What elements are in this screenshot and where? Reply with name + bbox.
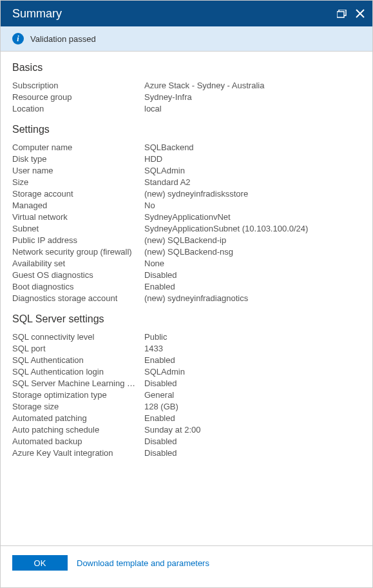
row-diagstorage: Diagnostics storage account(new) sydneyi…: [12, 293, 361, 304]
value: Disabled: [144, 436, 361, 447]
value: Sunday at 2:00: [144, 424, 361, 436]
value: SQLAdmin: [144, 165, 361, 177]
restore-icon[interactable]: [337, 10, 347, 18]
value: Disabled: [144, 378, 361, 389]
blade-title: Summary: [12, 7, 62, 21]
footer: OK Download template and parameters: [1, 545, 372, 587]
label: Size: [12, 177, 144, 188]
value: Azure Stack - Sydney - Australia: [144, 80, 361, 92]
row-sql-patchsched: Auto patching scheduleSunday at 2:00: [12, 424, 361, 436]
label: Virtual network: [12, 211, 144, 223]
value: SQLAdmin: [144, 366, 361, 378]
row-subscription: SubscriptionAzure Stack - Sydney - Austr…: [12, 80, 361, 92]
row-vnet: Virtual networkSydneyApplicationvNet: [12, 211, 361, 223]
value: local: [144, 103, 361, 115]
label: Storage account: [12, 188, 144, 200]
value: Enabled: [144, 281, 361, 293]
label: Storage size: [12, 401, 144, 413]
value: 1433: [144, 343, 361, 355]
close-icon[interactable]: [356, 9, 365, 18]
section-title-sql: SQL Server settings: [12, 313, 361, 325]
label: Resource group: [12, 92, 144, 103]
row-sql-auth: SQL AuthenticationEnabled: [12, 355, 361, 366]
label: Disk type: [12, 153, 144, 165]
row-user-name: User nameSQLAdmin: [12, 165, 361, 177]
value: (new) sydneyinfradiagnotics: [144, 293, 361, 304]
value: (new) SQLBackend-ip: [144, 235, 361, 246]
label: SQL Authentication login: [12, 366, 144, 378]
row-guestdiag: Guest OS diagnosticsDisabled: [12, 270, 361, 281]
row-resource-group: Resource groupSydney-Infra: [12, 92, 361, 103]
validation-banner: i Validation passed: [1, 26, 372, 52]
svg-rect-1: [337, 12, 344, 17]
value: SydneyApplicationvNet: [144, 211, 361, 223]
download-template-link[interactable]: Download template and parameters: [77, 558, 209, 568]
row-sql-autopatch: Automated patchingEnabled: [12, 413, 361, 424]
value: Enabled: [144, 413, 361, 424]
label: Managed: [12, 200, 144, 211]
label: Availability set: [12, 258, 144, 270]
label: SQL Server Machine Learning Services: [12, 378, 144, 389]
value: Standard A2: [144, 177, 361, 188]
summary-content: Basics SubscriptionAzure Stack - Sydney …: [1, 52, 372, 545]
label: Computer name: [12, 142, 144, 153]
label: SQL Authentication: [12, 355, 144, 366]
value: SQLBackend: [144, 142, 361, 153]
label: Location: [12, 103, 144, 115]
value: SydneyApplicationSubnet (10.103.100.0/24…: [144, 223, 361, 235]
value: HDD: [144, 153, 361, 165]
row-managed: ManagedNo: [12, 200, 361, 211]
row-disk-type: Disk typeHDD: [12, 153, 361, 165]
row-bootdiag: Boot diagnosticsEnabled: [12, 281, 361, 293]
sql-rows: SQL connectivity levelPublic SQL port143…: [12, 331, 361, 459]
row-sql-ml: SQL Server Machine Learning ServicesDisa…: [12, 378, 361, 389]
row-sql-authlogin: SQL Authentication loginSQLAdmin: [12, 366, 361, 378]
info-icon: i: [12, 33, 24, 44]
value: (new) sydneyinfradisksstore: [144, 188, 361, 200]
section-title-settings: Settings: [12, 124, 361, 135]
value: Disabled: [144, 447, 361, 459]
row-sql-conn: SQL connectivity levelPublic: [12, 331, 361, 343]
label: Guest OS diagnostics: [12, 270, 144, 281]
label: SQL port: [12, 343, 144, 355]
label: Automated backup: [12, 436, 144, 447]
window-controls: [337, 9, 365, 18]
value: Public: [144, 331, 361, 343]
label: Diagnostics storage account: [12, 293, 144, 304]
row-nsg: Network security group (firewall)(new) S…: [12, 246, 361, 258]
row-storage-account: Storage account(new) sydneyinfradiskssto…: [12, 188, 361, 200]
row-computer-name: Computer nameSQLBackend: [12, 142, 361, 153]
row-sql-port: SQL port1433: [12, 343, 361, 355]
label: Network security group (firewall): [12, 246, 144, 258]
value: (new) SQLBackend-nsg: [144, 246, 361, 258]
row-size: SizeStandard A2: [12, 177, 361, 188]
label: Automated patching: [12, 413, 144, 424]
row-location: Locationlocal: [12, 103, 361, 115]
row-sql-storagesize: Storage size128 (GB): [12, 401, 361, 413]
label: Public IP address: [12, 235, 144, 246]
label: SQL connectivity level: [12, 331, 144, 343]
settings-rows: Computer nameSQLBackend Disk typeHDD Use…: [12, 142, 361, 304]
label: User name: [12, 165, 144, 177]
validation-text: Validation passed: [30, 34, 96, 44]
ok-button[interactable]: OK: [12, 555, 68, 571]
label: Auto patching schedule: [12, 424, 144, 436]
row-sql-keyvault: Azure Key Vault integrationDisabled: [12, 447, 361, 459]
basics-rows: SubscriptionAzure Stack - Sydney - Austr…: [12, 80, 361, 115]
value: None: [144, 258, 361, 270]
value: Disabled: [144, 270, 361, 281]
section-title-basics: Basics: [12, 62, 361, 74]
title-bar: Summary: [1, 1, 372, 26]
row-avset: Availability setNone: [12, 258, 361, 270]
label: Azure Key Vault integration: [12, 447, 144, 459]
row-pip: Public IP address(new) SQLBackend-ip: [12, 235, 361, 246]
value: General: [144, 389, 361, 401]
value: No: [144, 200, 361, 211]
label: Subscription: [12, 80, 144, 92]
label: Storage optimization type: [12, 389, 144, 401]
row-sql-autobackup: Automated backupDisabled: [12, 436, 361, 447]
value: Sydney-Infra: [144, 92, 361, 103]
label: Boot diagnostics: [12, 281, 144, 293]
value: 128 (GB): [144, 401, 361, 413]
value: Enabled: [144, 355, 361, 366]
